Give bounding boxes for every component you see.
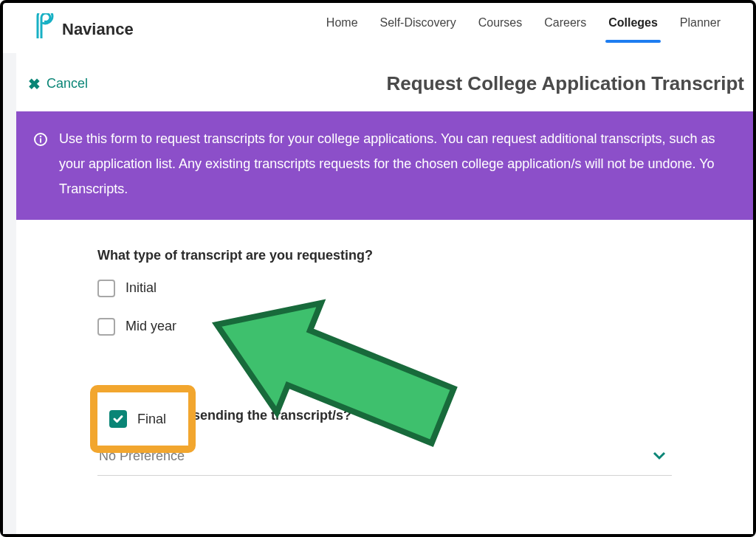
nav-home[interactable]: Home — [326, 16, 358, 43]
highlight-annotation: Final — [90, 385, 196, 453]
nav-colleges[interactable]: Colleges — [608, 16, 658, 43]
nav-items: Home Self-Discovery Courses Careers Coll… — [326, 16, 721, 43]
banner-text: Use this form to request transcripts for… — [59, 126, 715, 202]
checkbox-icon-checked — [109, 410, 127, 428]
content-area: ✖ Cancel Request College Application Tra… — [3, 53, 753, 534]
info-banner: Use this form to request transcripts for… — [16, 111, 753, 220]
brand-name: Naviance — [62, 20, 134, 39]
nav-self-discovery[interactable]: Self-Discovery — [380, 16, 456, 43]
chevron-down-icon — [651, 447, 667, 466]
checkbox-icon — [97, 280, 115, 297]
checkbox-final[interactable]: Final — [109, 410, 166, 428]
checkbox-label-initial: Initial — [126, 280, 157, 296]
logo-icon — [35, 13, 56, 46]
page-title: Request College Application Transcript — [387, 72, 753, 95]
checkbox-mid-year[interactable]: Mid year — [97, 318, 672, 336]
close-icon: ✖ — [28, 75, 41, 93]
checkbox-initial[interactable]: Initial — [97, 280, 672, 297]
info-icon — [34, 126, 47, 202]
logo[interactable]: Naviance — [35, 13, 134, 46]
checkbox-icon — [97, 318, 115, 336]
question-transcript-type: What type of transcript are you requesti… — [97, 248, 672, 263]
page-card: ✖ Cancel Request College Application Tra… — [16, 53, 753, 534]
svg-rect-2 — [40, 139, 41, 143]
card-header: ✖ Cancel Request College Application Tra… — [16, 72, 753, 111]
top-nav: Naviance Home Self-Discovery Courses Car… — [3, 3, 753, 53]
checkbox-label-final: Final — [137, 412, 166, 427]
banner-line1: Use this form to request transcripts for… — [59, 126, 715, 151]
banner-line3: Transcripts. — [59, 176, 715, 201]
cancel-label: Cancel — [47, 76, 88, 91]
nav-careers[interactable]: Careers — [544, 16, 586, 43]
nav-courses[interactable]: Courses — [478, 16, 523, 43]
nav-planner[interactable]: Planner — [680, 16, 721, 43]
svg-point-1 — [40, 136, 42, 138]
banner-line2: your application list. Any existing tran… — [59, 151, 715, 176]
checkbox-label-midyear: Mid year — [126, 319, 176, 334]
cancel-button[interactable]: ✖ Cancel — [28, 75, 88, 93]
